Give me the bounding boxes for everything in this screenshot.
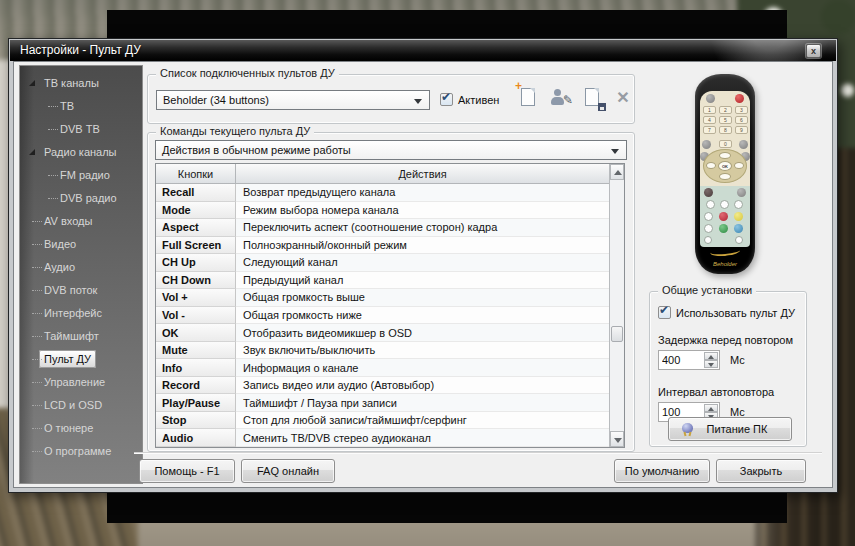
remote-button-cell[interactable]: CH Down [156, 272, 236, 290]
column-header-actions[interactable]: Действия [236, 164, 609, 183]
sidebar-item[interactable]: LCD и OSD [20, 394, 142, 417]
pc-power-button[interactable]: Питание ПК [668, 417, 792, 441]
action-cell[interactable]: Общая громкость выше [236, 289, 609, 307]
remote-button-cell[interactable]: Play/Pause [156, 394, 236, 412]
defaults-button[interactable]: По умолчанию [614, 459, 710, 483]
sidebar-item[interactable]: AV входы [20, 210, 142, 233]
faq-button[interactable]: FAQ онлайн [241, 459, 335, 483]
remote-button-cell[interactable]: Audio [156, 429, 236, 447]
table-scrollbar[interactable] [609, 164, 624, 447]
person-icon [554, 89, 561, 96]
remote-vol-down-button [706, 162, 716, 169]
table-row[interactable]: Mode Режим выбора номера канала [156, 202, 609, 220]
scrollbar-thumb[interactable] [611, 326, 623, 342]
table-row[interactable]: Info Информация о канале [156, 359, 609, 377]
remote-digit-button: 2 [719, 106, 732, 114]
remote-button-cell[interactable]: Stop [156, 412, 236, 430]
remote-button-cell[interactable]: Full Screen [156, 237, 236, 255]
sidebar-item[interactable]: ТВ каналы [20, 72, 142, 95]
delay-spin-up[interactable] [704, 352, 718, 360]
delete-remote-button[interactable]: ✕ [610, 85, 636, 111]
remote-digit-button: 9 [735, 126, 748, 134]
sidebar-item[interactable]: Пульт ДУ [20, 348, 142, 371]
table-row[interactable]: Audio Сменить ТВ/DVB стерео аудиоканал [156, 429, 609, 447]
action-cell[interactable]: Стоп для любой записи/таймшифт/серфинг [236, 412, 609, 430]
sidebar-item[interactable]: DVB радио [20, 187, 142, 210]
action-cell[interactable]: Информация о канале [236, 359, 609, 377]
table-row[interactable]: Stop Стоп для любой записи/таймшифт/серф… [156, 412, 609, 430]
remote-button-cell[interactable]: OK [156, 324, 236, 342]
table-row[interactable]: OK Отобразить видеомикшер в OSD [156, 324, 609, 342]
title-bar[interactable]: Настройки - Пульт ДУ x [10, 40, 836, 61]
scroll-up-button[interactable] [610, 164, 624, 180]
remote-select[interactable]: Beholder (34 buttons) [156, 90, 430, 110]
remote-button-cell[interactable]: Aspect [156, 219, 236, 237]
remote-button-cell[interactable]: Mute [156, 342, 236, 360]
action-cell[interactable]: Общая громкость ниже [236, 307, 609, 325]
table-row[interactable]: Play/Pause Таймшифт / Пауза при записи [156, 394, 609, 412]
action-cell[interactable]: Таймшифт / Пауза при записи [236, 394, 609, 412]
interval-spin-up[interactable] [704, 404, 718, 412]
sidebar-item[interactable]: О тюнере [20, 417, 142, 440]
remote-button-cell[interactable]: Info [156, 359, 236, 377]
close-window-button[interactable]: x [806, 44, 821, 58]
table-row[interactable]: Full Screen Полноэкранный/оконный режим [156, 237, 609, 255]
sidebar-item[interactable]: ТВ [20, 95, 142, 118]
add-remote-button[interactable]: + [516, 85, 542, 111]
close-button[interactable]: Закрыть [716, 459, 806, 483]
remote-button-cell[interactable]: Vol + [156, 289, 236, 307]
sidebar-item[interactable]: О программе [20, 440, 142, 463]
remote-button-cell[interactable]: Mode [156, 202, 236, 220]
table-row[interactable]: Aspect Переключить аспект (соотношение с… [156, 219, 609, 237]
delay-input[interactable] [662, 352, 700, 368]
action-cell[interactable]: Следующий канал [236, 254, 609, 272]
action-cell[interactable]: Запись видео или аудио (Автовыбор) [236, 377, 609, 395]
remote-button-cell[interactable]: Vol - [156, 307, 236, 325]
save-remote-button[interactable] [580, 85, 606, 111]
commands-table: Кнопки Действия Recall Возврат предыдуще… [155, 163, 625, 448]
sidebar-item-label: ТВ каналы [44, 77, 99, 89]
sidebar-item[interactable]: Аудио [20, 256, 142, 279]
action-cell[interactable]: Переключить аспект (соотношение сторон) … [236, 219, 609, 237]
sidebar-item[interactable]: FM радио [20, 164, 142, 187]
use-remote-checkbox[interactable]: ✔ [658, 306, 671, 319]
sidebar-item[interactable]: Интерфейс [20, 302, 142, 325]
remote-button-cell[interactable]: CH Up [156, 254, 236, 272]
table-row[interactable]: Vol + Общая громкость выше [156, 289, 609, 307]
active-checkbox-row: ✔ Активен [440, 93, 499, 106]
sidebar-item[interactable]: Видео [20, 233, 142, 256]
action-cell[interactable]: Полноэкранный/оконный режим [236, 237, 609, 255]
delay-label: Задержка перед повтором [658, 334, 793, 346]
delay-spin-down[interactable] [704, 360, 718, 368]
command-mode-select[interactable]: Действия в обычном режиме работы [155, 140, 627, 160]
tree-expand-icon[interactable] [29, 149, 35, 155]
table-row[interactable]: CH Down Предыдущий канал [156, 272, 609, 290]
action-cell[interactable]: Сменить ТВ/DVB стерео аудиоканал [236, 429, 609, 447]
table-row[interactable]: CH Up Следующий канал [156, 254, 609, 272]
action-cell[interactable]: Предыдущий канал [236, 272, 609, 290]
arrow-down-icon [614, 438, 622, 443]
sidebar-item-label: Видео [44, 238, 76, 250]
active-checkbox[interactable]: ✔ [440, 93, 453, 106]
table-row[interactable]: Mute Звук включить/выключить [156, 342, 609, 360]
tree-expand-icon[interactable] [29, 80, 35, 86]
sidebar-item[interactable]: Таймшифт [20, 325, 142, 348]
action-cell[interactable]: Отобразить видеомикшер в OSD [236, 324, 609, 342]
action-cell[interactable]: Возврат предыдущего канала [236, 184, 609, 202]
rename-remote-button[interactable]: ✎ [548, 85, 574, 111]
table-row[interactable]: Vol - Общая громкость ниже [156, 307, 609, 325]
sidebar-item[interactable]: Радио каналы [20, 141, 142, 164]
sidebar-item[interactable]: Управление [20, 371, 142, 394]
table-row[interactable]: Recall Возврат предыдущего канала [156, 184, 609, 202]
remote-button-cell[interactable]: Recall [156, 184, 236, 202]
remote-button-cell[interactable]: Record [156, 377, 236, 395]
scroll-down-button[interactable] [610, 431, 624, 447]
sidebar-item[interactable]: DVB поток [20, 279, 142, 302]
action-cell[interactable]: Звук включить/выключить [236, 342, 609, 360]
sidebar-item[interactable]: DVB ТВ [20, 118, 142, 141]
action-cell[interactable]: Режим выбора номера канала [236, 202, 609, 220]
help-button[interactable]: Помощь - F1 [139, 459, 235, 483]
table-body: Recall Возврат предыдущего канала Mode Р… [156, 184, 609, 447]
table-row[interactable]: Record Запись видео или аудио (Автовыбор… [156, 377, 609, 395]
column-header-buttons[interactable]: Кнопки [156, 164, 236, 183]
